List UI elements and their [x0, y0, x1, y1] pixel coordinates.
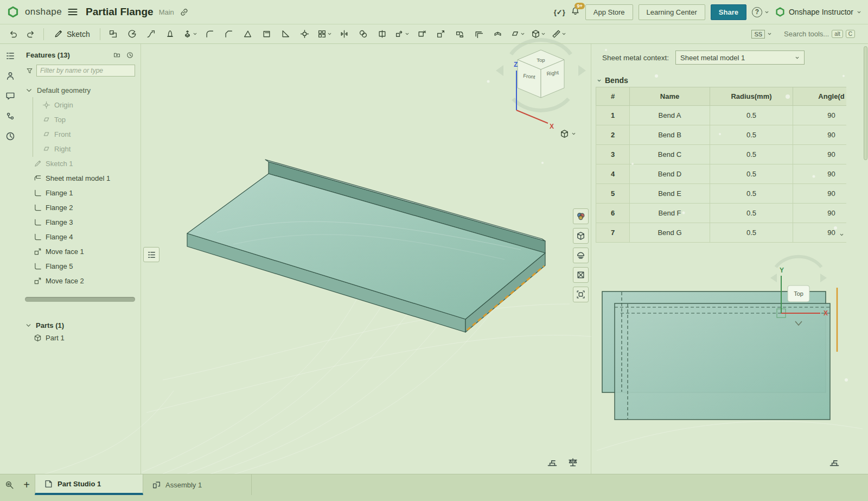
bends-column-header[interactable]: Name: [630, 87, 710, 106]
flatten-toggle-icon[interactable]: [547, 457, 558, 468]
table-scroll-down-icon[interactable]: [839, 232, 844, 237]
bend-name-cell[interactable]: Bend E: [630, 184, 710, 204]
view-menu-button[interactable]: [560, 129, 576, 138]
table-row[interactable]: 7 Bend G 0.5 90: [596, 223, 847, 243]
table-row[interactable]: 6 Bend F 0.5 90: [596, 204, 847, 223]
tool-transform[interactable]: [394, 27, 411, 42]
bends-column-header[interactable]: Angle(d: [793, 87, 847, 106]
hidden-edges[interactable]: [573, 267, 589, 283]
share-button[interactable]: Share: [711, 4, 746, 20]
part-right-side-face[interactable]: [465, 253, 545, 332]
tool-extrude[interactable]: [182, 27, 199, 42]
bend-name-cell[interactable]: Bend F: [630, 204, 710, 223]
table-row[interactable]: 3 Bend C 0.5 90: [596, 145, 847, 164]
bend-angle-cell[interactable]: 90: [793, 106, 847, 125]
bend-angle-cell[interactable]: 90: [793, 145, 847, 164]
scrollbar-thumb[interactable]: [864, 46, 867, 160]
bend-name-cell[interactable]: Bend C: [630, 145, 710, 164]
bends-column-header[interactable]: Radius(mm): [710, 87, 793, 106]
chevron-down-icon[interactable]: [327, 31, 332, 36]
part-back-flange-face[interactable]: [269, 162, 545, 253]
sketch-button[interactable]: Sketch: [49, 29, 94, 39]
chevron-down-icon[interactable]: [520, 31, 525, 36]
tool-split[interactable]: [375, 27, 390, 42]
bend-name-cell[interactable]: Bend B: [630, 125, 710, 145]
feature-list-toggle-button[interactable]: [143, 247, 159, 262]
table-row[interactable]: 2 Bend B 0.5 90: [596, 125, 847, 145]
new-tab-button[interactable]: +: [18, 474, 35, 495]
create-folder-button[interactable]: [110, 49, 123, 60]
feature-tree-item[interactable]: Top: [21, 112, 141, 127]
bend-number-cell[interactable]: 5: [596, 184, 630, 204]
part-top-face[interactable]: [187, 174, 545, 319]
account-menu[interactable]: Onshape Instructor: [775, 7, 861, 17]
view-cube-front-face[interactable]: [518, 60, 541, 98]
feature-tree-item[interactable]: Sketch 1: [21, 156, 141, 171]
part-back-flange-top[interactable]: [265, 160, 545, 241]
bend-radius-cell[interactable]: 0.5: [710, 184, 793, 204]
tool-replace-face[interactable]: [452, 27, 468, 42]
tab-manager-button[interactable]: [0, 474, 18, 495]
undo-button[interactable]: [5, 27, 21, 42]
table-row[interactable]: 4 Bend D 0.5 90: [596, 164, 847, 184]
tab-assembly[interactable]: Assembly 1: [143, 474, 252, 495]
bends-section-header[interactable]: Bends: [597, 76, 863, 85]
tool-mirror[interactable]: [337, 27, 352, 42]
bend-number-cell[interactable]: 1: [596, 106, 630, 125]
parts-section-header[interactable]: Parts (1): [25, 321, 141, 329]
bend-radius-cell[interactable]: 0.5: [710, 204, 793, 223]
tab-part-studio[interactable]: Part Studio 1: [35, 474, 143, 495]
right-scrollbar[interactable]: [863, 44, 868, 474]
bend-radius-cell[interactable]: 0.5: [710, 145, 793, 164]
sheet-metal-context-select[interactable]: Sheet metal model 1: [675, 50, 805, 65]
bend-angle-cell[interactable]: 90: [793, 125, 847, 145]
feature-filter-input[interactable]: [36, 65, 135, 77]
tool-sweep[interactable]: [144, 27, 159, 42]
bend-number-cell[interactable]: 4: [596, 164, 630, 184]
view-cube[interactable]: Top Front Right: [496, 40, 586, 111]
tool-revolve[interactable]: [125, 27, 140, 42]
main-menu-button[interactable]: [67, 7, 78, 17]
tool-shell[interactable]: [259, 27, 275, 42]
tool-derived[interactable]: [106, 27, 121, 42]
bends-column-header[interactable]: #: [596, 87, 630, 106]
appearance[interactable]: [573, 208, 589, 224]
tool-move-face[interactable]: [433, 27, 449, 42]
bend-radius-cell[interactable]: 0.5: [710, 106, 793, 125]
tool-thicken[interactable]: [490, 27, 506, 42]
tool-chamfer[interactable]: [221, 27, 237, 42]
view-modes[interactable]: [573, 228, 589, 244]
tool-named-views[interactable]: [530, 27, 547, 42]
bend-name-cell[interactable]: Bend G: [630, 223, 710, 243]
bend-number-cell[interactable]: 6: [596, 204, 630, 223]
chevron-down-icon[interactable]: [541, 31, 546, 36]
bend-radius-cell[interactable]: 0.5: [710, 125, 793, 145]
part-left-side-face[interactable]: [187, 233, 465, 332]
share-link-icon[interactable]: [180, 8, 189, 17]
feature-tree-item[interactable]: Move face 1: [21, 244, 141, 259]
bend-radius-cell[interactable]: 0.5: [710, 223, 793, 243]
bend-angle-cell[interactable]: 90: [793, 223, 847, 243]
bend-number-cell[interactable]: 7: [596, 223, 630, 243]
rollback-bar[interactable]: [25, 297, 135, 302]
tool-boolean[interactable]: [356, 27, 371, 42]
feature-manager[interactable]: [4, 49, 17, 62]
feature-tree-item[interactable]: Flange 4: [21, 230, 141, 244]
feature-tree-item[interactable]: Sheet metal model 1: [21, 171, 141, 186]
table-row[interactable]: 1 Bend A 0.5 90: [596, 106, 847, 125]
tool-measure[interactable]: [551, 27, 567, 42]
chevron-down-icon[interactable]: [405, 31, 410, 36]
part-list-item[interactable]: Part 1: [21, 331, 141, 345]
help-menu[interactable]: ?: [752, 7, 769, 17]
tool-fillet[interactable]: [202, 27, 218, 42]
tool-offset-surface[interactable]: [471, 27, 487, 42]
tool-hole[interactable]: [297, 27, 312, 42]
mass-properties-icon[interactable]: [567, 457, 578, 468]
app-store-button[interactable]: App Store: [585, 4, 633, 20]
tool-delete-face[interactable]: [414, 27, 430, 42]
feature-tree-item[interactable]: Front: [21, 127, 141, 142]
feature-tree-item[interactable]: Right: [21, 142, 141, 156]
section-view[interactable]: [573, 248, 589, 263]
feature-tree-item[interactable]: Flange 2: [21, 200, 141, 215]
part-3d-model[interactable]: [187, 160, 545, 332]
